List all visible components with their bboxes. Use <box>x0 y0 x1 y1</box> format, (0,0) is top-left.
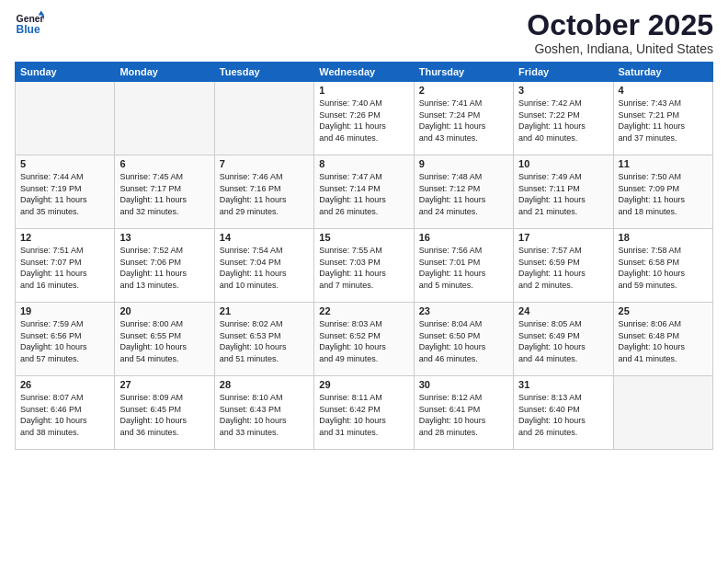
day-number: 3 <box>518 85 608 96</box>
day-number: 27 <box>119 379 209 390</box>
weekday-header-sunday: Sunday <box>16 63 115 82</box>
day-info: Sunrise: 7:49 AM Sunset: 7:11 PM Dayligh… <box>518 171 608 217</box>
calendar-cell: 22Sunrise: 8:03 AM Sunset: 6:52 PM Dayli… <box>314 303 414 376</box>
day-number: 8 <box>319 158 408 169</box>
calendar-cell: 31Sunrise: 8:13 AM Sunset: 6:40 PM Dayli… <box>514 376 613 450</box>
day-number: 22 <box>319 305 408 316</box>
calendar-cell <box>613 376 712 450</box>
calendar-cell: 17Sunrise: 7:57 AM Sunset: 6:59 PM Dayli… <box>514 229 613 303</box>
day-info: Sunrise: 7:50 AM Sunset: 7:09 PM Dayligh… <box>619 171 708 217</box>
day-number: 6 <box>119 158 209 169</box>
day-info: Sunrise: 8:07 AM Sunset: 6:46 PM Dayligh… <box>20 392 109 438</box>
weekday-header-row: SundayMondayTuesdayWednesdayThursdayFrid… <box>16 63 713 82</box>
logo-icon: General Blue <box>15 9 44 39</box>
logo: General Blue <box>15 9 44 39</box>
calendar-cell: 3Sunrise: 7:42 AM Sunset: 7:22 PM Daylig… <box>514 82 613 155</box>
day-number: 1 <box>319 85 408 96</box>
calendar-cell: 2Sunrise: 7:41 AM Sunset: 7:24 PM Daylig… <box>414 82 513 155</box>
day-info: Sunrise: 7:48 AM Sunset: 7:12 PM Dayligh… <box>419 171 508 217</box>
week-row-5: 26Sunrise: 8:07 AM Sunset: 6:46 PM Dayli… <box>16 376 713 450</box>
day-number: 17 <box>518 232 608 243</box>
day-number: 9 <box>419 158 508 169</box>
calendar-cell: 21Sunrise: 8:02 AM Sunset: 6:53 PM Dayli… <box>214 303 313 376</box>
day-info: Sunrise: 7:57 AM Sunset: 6:59 PM Dayligh… <box>518 245 608 291</box>
week-row-1: 1Sunrise: 7:40 AM Sunset: 7:26 PM Daylig… <box>16 82 713 155</box>
day-number: 24 <box>518 305 608 316</box>
day-info: Sunrise: 7:43 AM Sunset: 7:21 PM Dayligh… <box>619 98 708 144</box>
day-number: 18 <box>619 232 708 243</box>
calendar-cell: 19Sunrise: 7:59 AM Sunset: 6:56 PM Dayli… <box>16 303 115 376</box>
day-info: Sunrise: 8:00 AM Sunset: 6:55 PM Dayligh… <box>119 318 209 364</box>
day-info: Sunrise: 7:58 AM Sunset: 6:58 PM Dayligh… <box>619 245 708 291</box>
day-info: Sunrise: 8:04 AM Sunset: 6:50 PM Dayligh… <box>419 318 508 364</box>
day-info: Sunrise: 8:10 AM Sunset: 6:43 PM Dayligh… <box>220 392 309 438</box>
day-number: 25 <box>619 305 708 316</box>
page-container: General Blue October 2025 Goshen, Indian… <box>0 0 728 455</box>
day-number: 2 <box>419 85 508 96</box>
calendar-cell: 12Sunrise: 7:51 AM Sunset: 7:07 PM Dayli… <box>16 229 115 303</box>
day-number: 30 <box>419 379 508 390</box>
day-info: Sunrise: 7:52 AM Sunset: 7:06 PM Dayligh… <box>119 245 209 291</box>
calendar-cell: 14Sunrise: 7:54 AM Sunset: 7:04 PM Dayli… <box>214 229 313 303</box>
day-info: Sunrise: 8:09 AM Sunset: 6:45 PM Dayligh… <box>119 392 209 438</box>
calendar-cell: 20Sunrise: 8:00 AM Sunset: 6:55 PM Dayli… <box>115 303 214 376</box>
calendar-cell <box>16 82 115 155</box>
day-number: 4 <box>619 85 708 96</box>
calendar-cell: 29Sunrise: 8:11 AM Sunset: 6:42 PM Dayli… <box>314 376 414 450</box>
day-info: Sunrise: 7:59 AM Sunset: 6:56 PM Dayligh… <box>20 318 109 364</box>
day-info: Sunrise: 8:12 AM Sunset: 6:41 PM Dayligh… <box>419 392 508 438</box>
calendar-cell: 25Sunrise: 8:06 AM Sunset: 6:48 PM Dayli… <box>613 303 712 376</box>
day-info: Sunrise: 7:54 AM Sunset: 7:04 PM Dayligh… <box>220 245 309 291</box>
calendar-cell: 15Sunrise: 7:55 AM Sunset: 7:03 PM Dayli… <box>314 229 414 303</box>
day-number: 28 <box>220 379 309 390</box>
month-title: October 2025 <box>527 9 713 41</box>
week-row-2: 5Sunrise: 7:44 AM Sunset: 7:19 PM Daylig… <box>16 155 713 229</box>
calendar-cell: 30Sunrise: 8:12 AM Sunset: 6:41 PM Dayli… <box>414 376 513 450</box>
calendar-cell: 5Sunrise: 7:44 AM Sunset: 7:19 PM Daylig… <box>16 155 115 229</box>
calendar-cell: 28Sunrise: 8:10 AM Sunset: 6:43 PM Dayli… <box>214 376 313 450</box>
day-number: 7 <box>220 158 309 169</box>
weekday-header-friday: Friday <box>514 63 613 82</box>
day-number: 31 <box>518 379 608 390</box>
day-info: Sunrise: 8:06 AM Sunset: 6:48 PM Dayligh… <box>619 318 708 364</box>
calendar-cell: 7Sunrise: 7:46 AM Sunset: 7:16 PM Daylig… <box>214 155 313 229</box>
calendar-cell: 26Sunrise: 8:07 AM Sunset: 6:46 PM Dayli… <box>16 376 115 450</box>
calendar-cell <box>214 82 313 155</box>
calendar-cell: 9Sunrise: 7:48 AM Sunset: 7:12 PM Daylig… <box>414 155 513 229</box>
day-info: Sunrise: 7:41 AM Sunset: 7:24 PM Dayligh… <box>419 98 508 144</box>
calendar-cell: 8Sunrise: 7:47 AM Sunset: 7:14 PM Daylig… <box>314 155 414 229</box>
calendar-cell: 4Sunrise: 7:43 AM Sunset: 7:21 PM Daylig… <box>613 82 712 155</box>
day-number: 26 <box>20 379 109 390</box>
day-number: 14 <box>220 232 309 243</box>
day-info: Sunrise: 7:44 AM Sunset: 7:19 PM Dayligh… <box>20 171 109 217</box>
weekday-header-wednesday: Wednesday <box>314 63 414 82</box>
calendar-cell: 24Sunrise: 8:05 AM Sunset: 6:49 PM Dayli… <box>514 303 613 376</box>
day-number: 19 <box>20 305 109 316</box>
day-number: 5 <box>20 158 109 169</box>
header: General Blue October 2025 Goshen, Indian… <box>15 9 713 56</box>
day-info: Sunrise: 8:11 AM Sunset: 6:42 PM Dayligh… <box>319 392 408 438</box>
calendar-cell: 18Sunrise: 7:58 AM Sunset: 6:58 PM Dayli… <box>613 229 712 303</box>
day-info: Sunrise: 7:40 AM Sunset: 7:26 PM Dayligh… <box>319 98 408 144</box>
week-row-4: 19Sunrise: 7:59 AM Sunset: 6:56 PM Dayli… <box>16 303 713 376</box>
day-number: 21 <box>220 305 309 316</box>
calendar-cell: 13Sunrise: 7:52 AM Sunset: 7:06 PM Dayli… <box>115 229 214 303</box>
day-number: 12 <box>20 232 109 243</box>
svg-marker-2 <box>39 11 44 16</box>
day-number: 16 <box>419 232 508 243</box>
calendar-cell: 10Sunrise: 7:49 AM Sunset: 7:11 PM Dayli… <box>514 155 613 229</box>
day-number: 20 <box>119 305 209 316</box>
day-number: 13 <box>119 232 209 243</box>
calendar-cell: 16Sunrise: 7:56 AM Sunset: 7:01 PM Dayli… <box>414 229 513 303</box>
calendar-table: SundayMondayTuesdayWednesdayThursdayFrid… <box>15 62 713 450</box>
location: Goshen, Indiana, United States <box>527 41 713 56</box>
day-info: Sunrise: 8:02 AM Sunset: 6:53 PM Dayligh… <box>220 318 309 364</box>
day-number: 23 <box>419 305 508 316</box>
weekday-header-saturday: Saturday <box>613 63 712 82</box>
day-info: Sunrise: 8:03 AM Sunset: 6:52 PM Dayligh… <box>319 318 408 364</box>
day-number: 11 <box>619 158 708 169</box>
svg-text:Blue: Blue <box>17 23 40 36</box>
weekday-header-monday: Monday <box>115 63 214 82</box>
day-info: Sunrise: 7:47 AM Sunset: 7:14 PM Dayligh… <box>319 171 408 217</box>
title-block: October 2025 Goshen, Indiana, United Sta… <box>527 9 713 56</box>
